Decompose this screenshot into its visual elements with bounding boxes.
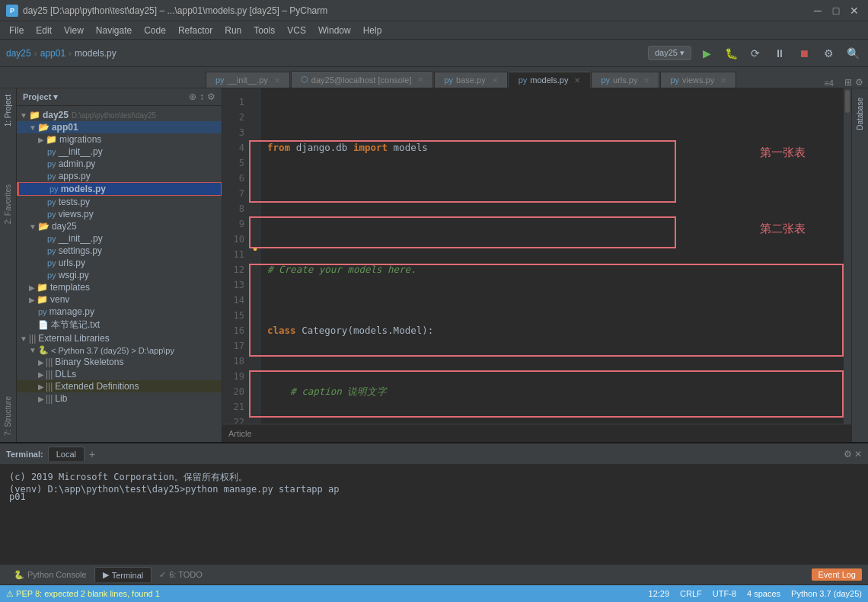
breadcrumb-day25[interactable]: day25	[6, 48, 31, 59]
tab-views[interactable]: py views.py ✕	[660, 72, 736, 88]
minimize-button[interactable]: ─	[810, 3, 825, 18]
tab-views-label: views.py	[682, 75, 714, 85]
tree-venv[interactable]: ▶ 📁 venv	[17, 293, 222, 306]
right-tab-database[interactable]: Database	[854, 91, 866, 136]
tree-wsgi[interactable]: py wsgi.py	[17, 269, 222, 281]
tree-lib[interactable]: ▶ ||| Lib	[17, 392, 222, 405]
tree-root[interactable]: ▼ 📁 day25 D:\app\python\test\day25	[17, 109, 222, 121]
sidebar-settings-icon[interactable]: ⚙	[207, 91, 215, 102]
tree-tests[interactable]: py tests.py	[17, 196, 222, 208]
menu-file[interactable]: File	[3, 24, 30, 37]
tree-ext-libs[interactable]: ▼ ||| External Libraries	[17, 332, 222, 344]
tab-base[interactable]: py base.py ✕	[434, 72, 507, 88]
tab-models-close[interactable]: ✕	[574, 76, 580, 85]
run-config-selector[interactable]: day25 ▾	[648, 46, 691, 60]
tree-python-sdk[interactable]: ▼ 🐍 < Python 3.7 (day25) > D:\app\py	[17, 344, 222, 356]
tree-admin[interactable]: py admin.py	[17, 158, 222, 170]
tab-urls[interactable]: py urls.py ✕	[591, 72, 659, 88]
statusbar-position[interactable]: 12:29	[649, 589, 670, 598]
maximize-button[interactable]: □	[828, 3, 844, 18]
debug-button[interactable]: 🐛	[722, 44, 740, 62]
tree-templates[interactable]: ▶ 📁 templates	[17, 281, 222, 293]
tree-ext-defs[interactable]: ▶ ||| Extended Definitions	[17, 380, 222, 392]
tab-models[interactable]: py models.py ✕	[509, 72, 591, 88]
menu-run[interactable]: Run	[219, 24, 247, 37]
tree-migrations[interactable]: ▶ 📁 migrations	[17, 133, 222, 146]
vtab-project[interactable]: 1: Project	[2, 88, 14, 133]
tab-views-close[interactable]: ✕	[720, 76, 726, 85]
split-button[interactable]: ⊞	[844, 77, 852, 88]
sdk-arrow: ▼	[29, 346, 37, 354]
terminal-content[interactable]: (c) 2019 Microsoft Corporation。保留所有权利。 (…	[0, 465, 868, 564]
statusbar-python[interactable]: Python 3.7 (day25)	[791, 589, 862, 598]
event-log-btn[interactable]: Event Log	[812, 569, 862, 580]
statusbar-indent[interactable]: 4 spaces	[747, 589, 780, 598]
run-button[interactable]: ▶	[697, 44, 716, 62]
tab-urls-close[interactable]: ✕	[643, 76, 649, 85]
tree-apps[interactable]: py apps.py	[17, 170, 222, 182]
settings-button[interactable]: ⚙	[819, 44, 838, 62]
footer-article: Article	[228, 429, 252, 438]
migrations-label: migrations	[59, 134, 101, 145]
bottom-tab-python-console[interactable]: 🐍 Python Console	[6, 568, 94, 582]
notes-label: 本节笔记.txt	[51, 319, 100, 331]
menu-edit[interactable]: Edit	[30, 24, 58, 37]
tree-init-day25[interactable]: py __init__.py	[17, 232, 222, 245]
sidebar-add-icon[interactable]: ⊕	[189, 91, 196, 102]
migrations-folder-icon: 📁	[46, 134, 57, 145]
menu-window[interactable]: Window	[312, 24, 357, 37]
todo-icon: ✓	[159, 570, 166, 580]
event-log-label[interactable]: Event Log	[812, 568, 862, 581]
coverage-button[interactable]: ⟳	[746, 44, 764, 62]
editor-scrollbar[interactable]	[844, 88, 851, 424]
menu-vcs[interactable]: VCS	[281, 24, 312, 37]
statusbar-crlf[interactable]: CRLF	[680, 589, 702, 598]
menu-help[interactable]: Help	[357, 24, 388, 37]
editor-content[interactable]: 12345 678910 1112131415 1617181920 2122 …	[222, 88, 851, 424]
breadcrumb-models[interactable]: models.py	[75, 48, 116, 59]
tab-base-close[interactable]: ✕	[492, 76, 498, 85]
menu-navigate[interactable]: Navigate	[90, 24, 138, 37]
close-button[interactable]: ✕	[847, 3, 862, 18]
menu-tools[interactable]: Tools	[247, 24, 281, 37]
terminal-add-tab[interactable]: +	[89, 448, 95, 460]
tab-console[interactable]: ⬡ day25@localhost [console] ✕	[291, 71, 434, 88]
terminal-settings[interactable]: ⚙ ✕	[844, 449, 862, 460]
tree-app01[interactable]: ▼ 📂 app01	[17, 121, 222, 133]
tree-manage[interactable]: py manage.py	[17, 306, 222, 318]
sidebar-sync-icon[interactable]: ↕	[199, 91, 204, 102]
tabbar: py __init__.py ✕ ⬡ day25@localhost [cons…	[0, 67, 868, 88]
menu-view[interactable]: View	[58, 24, 90, 37]
profile-button[interactable]: ⏸	[771, 44, 789, 62]
vtab-favorites[interactable]: 2: Favorites	[2, 178, 14, 230]
tree-dlls[interactable]: ▶ ||| DLLs	[17, 368, 222, 380]
init2-label: __init__.py	[59, 233, 103, 244]
vtab-structure[interactable]: 7: Structure	[2, 390, 14, 442]
tree-notes[interactable]: 📄 本节笔记.txt	[17, 318, 222, 332]
tree-models[interactable]: py models.py	[17, 182, 222, 196]
terminal-tab-local[interactable]: Local	[48, 447, 85, 461]
menu-code[interactable]: Code	[138, 24, 172, 37]
code-editor[interactable]: from django.db import models # Create yo…	[261, 88, 844, 424]
tab-console-close[interactable]: ✕	[417, 75, 423, 84]
admin-icon: py	[47, 159, 56, 168]
tree-day25-inner[interactable]: ▼ 📂 day25	[17, 220, 222, 232]
tree-settings[interactable]: py settings.py	[17, 245, 222, 257]
menu-refactor[interactable]: Refactor	[172, 24, 219, 37]
tree-views[interactable]: py views.py	[17, 208, 222, 220]
tab-init[interactable]: py __init__.py ✕	[206, 72, 290, 88]
tree-init-app01[interactable]: py __init__.py	[17, 146, 222, 158]
statusbar-encoding[interactable]: UTF-8	[713, 589, 736, 598]
tree-urls[interactable]: py urls.py	[17, 257, 222, 269]
stop-button[interactable]: ⏹	[795, 44, 813, 62]
tab-init-close[interactable]: ✕	[274, 76, 280, 85]
bottom-tabbar: 🐍 Python Console ▶ Terminal ✓ 6: TODO Ev…	[0, 564, 868, 585]
tab-overflow[interactable]: ≡4	[818, 78, 840, 88]
tree-binary[interactable]: ▶ ||| Binary Skeletons	[17, 356, 222, 368]
tab-urls-label: urls.py	[613, 75, 637, 85]
bottom-tab-todo[interactable]: ✓ 6: TODO	[152, 568, 210, 582]
search-button[interactable]: 🔍	[844, 44, 862, 62]
bottom-tab-terminal[interactable]: ▶ Terminal	[94, 567, 152, 582]
editor-settings-button[interactable]: ⚙	[855, 77, 863, 88]
breadcrumb-app01[interactable]: app01	[40, 48, 65, 59]
